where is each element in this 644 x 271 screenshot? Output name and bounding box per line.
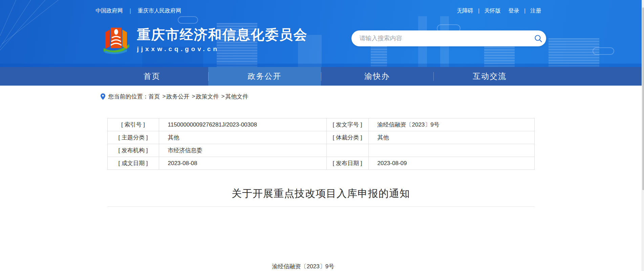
search-icon [534,34,543,43]
link-divider: | [524,8,525,14]
top-links-left: 中国政府网 ｜ 重庆市人民政府网 [96,7,181,15]
meta-value: 2023-08-08 [159,157,326,170]
banner-bottom-band [0,64,642,67]
top-links-right: 无障碍 | 关怀版 登录 | 注册 [457,7,546,15]
table-row: [ 索引号 ] 11500000009276281J/2023-00308 [ … [107,118,534,131]
breadcrumb-separator: > [163,93,166,100]
meta-value: 11500000009276281J/2023-00308 [159,118,326,131]
site-header: 中国政府网 ｜ 重庆市人民政府网 无障碍 | 关怀版 登录 | 注册 [0,0,642,67]
site-url: jjxxw.cq.gov.cn [137,45,308,53]
title-divider [107,206,535,207]
bridge-cable-decoration [0,0,38,64]
meta-label [326,144,368,157]
meta-label: [ 发布机构 ] [107,144,159,157]
location-pin-icon [101,93,105,100]
meta-label: [ 主题分类 ] [107,131,159,144]
agency-logo-icon [102,25,130,54]
link-login[interactable]: 登录 [508,8,519,14]
meta-value: 其他 [159,131,326,144]
link-accessibility[interactable]: 无障碍 [457,8,473,14]
meta-value: 2023-08-09 [368,157,534,170]
breadcrumb-prefix: 您当前的位置： [108,93,149,100]
building-decoration [484,47,515,67]
breadcrumb-item-government-affairs[interactable]: 政务公开 [166,93,189,100]
table-row: [ 主题分类 ] 其他 [ 体裁分类 ] 其他 [107,131,534,144]
document-number: 渝经信融资〔2023〕9号 [90,263,517,270]
search-input[interactable] [351,35,531,42]
brand-text: 重庆市经济和信息化委员会 jjxxw.cq.gov.cn [137,25,308,53]
vertical-scrollbar[interactable] [642,0,644,271]
top-links-bar: 中国政府网 ｜ 重庆市人民政府网 无障碍 | 关怀版 登录 | 注册 [96,0,546,15]
meta-label: [ 索引号 ] [107,118,159,131]
table-row: [ 发布机构 ] 市经济信息委 [107,144,534,157]
bridge-cable-decoration [0,0,21,67]
meta-label: [ 体裁分类 ] [326,131,368,144]
breadcrumb-separator: > [192,93,195,100]
link-divider: ｜ [128,8,133,14]
bridge-cable-decoration [2,0,71,44]
cloud-decoration [178,16,198,24]
nav-item-government-affairs[interactable]: 政务公开 [208,67,321,86]
breadcrumb-item-other-documents[interactable]: 其他文件 [225,93,248,100]
site-brand[interactable]: 重庆市经济和信息化委员会 jjxxw.cq.gov.cn [102,25,308,54]
breadcrumb-item-home[interactable]: 首页 [149,93,160,100]
page-content: 您当前的位置： 首页 > 政务公开 > 政策文件 > 其他文件 [ 索引号 ] … [0,86,642,270]
bridge-cable-decoration [0,0,55,55]
building-decoration [371,43,387,67]
meta-label: [ 发布日期 ] [326,157,368,170]
cloud-decoration [593,47,614,55]
nav-item-home[interactable]: 首页 [96,67,209,86]
nav-item-yukuaiban[interactable]: 渝快办 [321,67,434,86]
search-button[interactable] [531,30,546,46]
meta-value: 市经济信息委 [159,144,326,157]
breadcrumb-separator: > [221,93,224,100]
breadcrumb: 您当前的位置： 首页 > 政务公开 > 政策文件 > 其他文件 [96,86,546,100]
building-decoration [549,38,599,67]
meta-value [368,144,534,157]
main-navigation: 首页 政务公开 渝快办 互动交流 [0,67,642,86]
link-chongqing-gov[interactable]: 重庆市人民政府网 [138,8,181,14]
link-divider: | [478,8,479,14]
document-meta-table: [ 索引号 ] 11500000009276281J/2023-00308 [ … [107,118,535,170]
breadcrumb-item-policy-documents[interactable]: 政策文件 [196,93,219,100]
meta-label: [ 成文日期 ] [107,157,159,170]
link-china-gov[interactable]: 中国政府网 [96,8,123,14]
link-register[interactable]: 注册 [531,8,541,14]
scrollbar-thumb[interactable] [642,7,644,190]
document-area: [ 索引号 ] 11500000009276281J/2023-00308 [ … [107,118,535,270]
link-care-version[interactable]: 关怀版 [485,8,501,14]
table-row: [ 成文日期 ] 2023-08-08 [ 发布日期 ] 2023-08-09 [107,157,534,170]
meta-value: 其他 [368,131,534,144]
site-title: 重庆市经济和信息化委员会 [137,26,308,43]
search-bar [351,30,546,46]
nav-item-interaction[interactable]: 互动交流 [433,67,546,86]
document-title: 关于开展重点技改项目入库申报的通知 [107,187,535,200]
meta-value: 渝经信融资〔2023〕9号 [368,118,534,131]
meta-label: [ 发文字号 ] [326,118,368,131]
